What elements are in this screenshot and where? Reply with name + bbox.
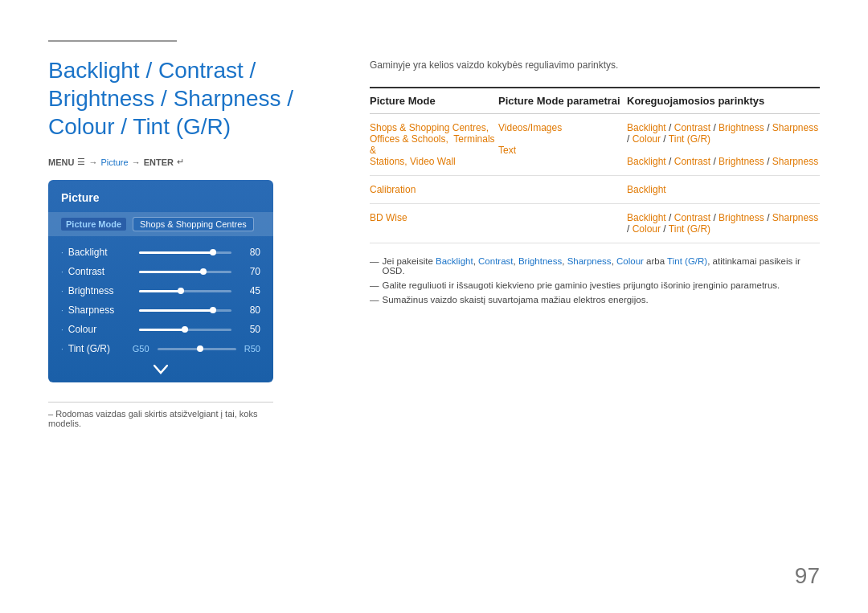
th-picture-mode: Picture Mode [370, 95, 498, 107]
tint-track [158, 348, 236, 350]
footnote: – Rodomas vaizdas gali skirtis atsižvelg… [48, 402, 273, 428]
note-item-1: — Jei pakeisite Backlight, Contrast, Bri… [370, 256, 820, 276]
enter-label: ENTER [144, 157, 174, 167]
koreg-1a: Backlight [627, 122, 666, 133]
mode-bdwise: BD Wise [370, 212, 407, 223]
note-text-2: Galite reguliuoti ir išsaugoti kiekvieno… [383, 280, 780, 290]
koreg-3d: Sharpness [772, 212, 818, 223]
table-header: Picture Mode Picture Mode parametrai Kor… [370, 87, 820, 114]
chevron-down[interactable] [48, 365, 273, 374]
slider-track[interactable] [139, 251, 231, 254]
menu-icon: ☰ [77, 157, 85, 167]
th-parametrai: Picture Mode parametrai [498, 95, 627, 107]
tv-box-title: Picture [48, 191, 273, 212]
picture-link: Picture [100, 157, 128, 167]
note-dash-3: — [370, 295, 379, 304]
settings-container: · Backlight 80 · Contrast 70 · Brightnes… [48, 243, 273, 339]
slider-track[interactable] [139, 290, 231, 292]
tv-mode-row: Picture Mode Shops & Shopping Centres [48, 212, 273, 236]
tv-ui-box: Picture Picture Mode Shops & Shopping Ce… [48, 180, 273, 382]
tv-setting-row: · Backlight 80 [48, 243, 273, 262]
koreg-3f: Tint (G/R) [669, 223, 710, 235]
right-column: Gaminyje yra kelios vaizdo kokybės regul… [370, 56, 820, 581]
intro-text: Gaminyje yra kelios vaizdo kokybės regul… [370, 59, 820, 71]
setting-dot: · [61, 268, 63, 276]
main-title: Backlight / Contrast / Brightness / Shar… [48, 56, 338, 141]
setting-dot: · [61, 306, 63, 315]
table-body: Shops & Shopping Centres,Offices & Schoo… [370, 114, 820, 243]
slider-thumb [210, 307, 216, 313]
chevron-down-icon [154, 365, 168, 374]
tv-setting-row: · Sharpness 80 [48, 300, 273, 320]
tint-thumb [197, 345, 203, 352]
note-highlight-colour: Colour [616, 256, 644, 266]
note-item-2: —Galite reguliuoti ir išsaugoti kiekvien… [370, 280, 820, 290]
koreg-1j: Sharpness [772, 156, 818, 167]
page-number: 97 [795, 563, 820, 589]
mode-calibration: Calibration [370, 184, 416, 195]
th-koreg: Koreguojamosios parinktys [627, 95, 820, 107]
slider-fill [139, 251, 213, 254]
note-highlight-tint: Tint (G/R) [667, 256, 707, 266]
cell-mode-2: Calibration [370, 184, 498, 195]
slider-track[interactable] [139, 271, 231, 273]
slider-track[interactable] [139, 329, 231, 331]
left-column: Backlight / Contrast / Brightness / Shar… [48, 56, 338, 581]
slider-track[interactable] [139, 309, 231, 312]
notes-section: — Jei pakeisite Backlight, Contrast, Bri… [370, 256, 820, 304]
tv-mode-label[interactable]: Picture Mode [61, 218, 126, 231]
slider-fill [139, 271, 204, 273]
cell-koreg-1: Backlight / Contrast / Brightness / Shar… [627, 122, 820, 167]
tint-r-label: R50 [244, 344, 260, 353]
koreg-1g: Backlight [627, 156, 666, 167]
koreg-1h: Contrast [674, 156, 710, 167]
koreg-1e: Colour [633, 133, 661, 145]
koreg-3e: Colour [633, 223, 661, 235]
slider-thumb [182, 326, 188, 333]
cell-koreg-2: Backlight [627, 184, 820, 195]
tint-row: · Tint (G/R) G50 R50 [48, 339, 273, 358]
setting-value: 70 [238, 266, 260, 277]
note-highlight-sharpness: Sharpness [567, 256, 612, 266]
slider-thumb [178, 288, 184, 294]
table-row: Shops & Shopping Centres,Offices & Schoo… [370, 114, 820, 176]
enter-icon: ↵ [177, 157, 184, 167]
param-text: Text [498, 145, 516, 156]
page: Backlight / Contrast / Brightness / Shar… [0, 0, 868, 613]
tv-setting-row: · Contrast 70 [48, 262, 273, 281]
cell-mode-3: BD Wise [370, 212, 498, 223]
content-row: Backlight / Contrast / Brightness / Shar… [48, 56, 820, 581]
menu-path: MENU ☰ → Picture → ENTER ↵ [48, 157, 338, 167]
tv-mode-value[interactable]: Shops & Shopping Centres [133, 217, 254, 231]
note-highlight-contrast: Contrast [478, 256, 513, 266]
tv-setting-row: · Colour 50 [48, 320, 273, 339]
cell-mode-1: Shops & Shopping Centres,Offices & Schoo… [370, 122, 498, 167]
koreg-3c: Brightness [719, 212, 764, 223]
tint-name: Tint (G/R) [68, 343, 133, 354]
koreg-1f: Tint (G/R) [669, 133, 710, 145]
slider-fill [139, 290, 181, 292]
setting-name: Backlight [68, 247, 133, 258]
koreg-1b: Contrast [674, 122, 710, 133]
note-highlight-backlight: Backlight [436, 256, 473, 266]
arrow1: → [88, 157, 97, 167]
note-text-1: Jei pakeisite Backlight, Contrast, Brigh… [383, 256, 821, 276]
slider-thumb [200, 268, 207, 275]
setting-value: 80 [238, 304, 260, 316]
note-dash-1: — [370, 256, 379, 266]
koreg-1i: Brightness [719, 156, 764, 167]
menu-label: MENU [48, 157, 74, 167]
top-rule [48, 40, 177, 42]
mode-name-shops: Shops & Shopping Centres,Offices & Schoo… [370, 122, 495, 167]
setting-value: 45 [238, 285, 260, 296]
cell-koreg-3: Backlight / Contrast / Brightness / Shar… [627, 212, 820, 235]
koreg-3b: Contrast [674, 212, 710, 223]
setting-name: Colour [68, 324, 133, 335]
setting-name: Contrast [68, 266, 133, 277]
setting-value: 50 [238, 324, 260, 335]
slider-fill [139, 329, 186, 331]
tint-dot: · [61, 345, 63, 353]
setting-value: 80 [238, 247, 260, 258]
setting-dot: · [61, 248, 63, 257]
koreg-2a: Backlight [627, 184, 666, 195]
